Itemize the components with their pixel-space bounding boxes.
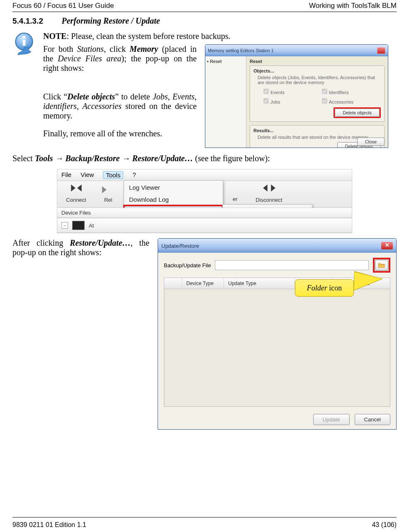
svg-point-1 [23, 36, 26, 39]
dialog-title: Update/Restore [161, 243, 199, 249]
dialog-nav: • Reset [205, 56, 246, 148]
close-icon[interactable] [377, 47, 385, 54]
reset-header: Reset [250, 59, 385, 64]
memory-setting-dialog: Memory setting Editors Station 1 • Reset… [205, 44, 388, 148]
highlight-delete-objects: Delete objects [334, 107, 381, 118]
toolbar-connect[interactable]: Connect [61, 182, 92, 203]
device-item-label: At [89, 222, 94, 229]
backup-file-label: Backup/Update File [164, 262, 211, 268]
close-button[interactable]: Close [357, 138, 385, 146]
menu-help[interactable]: ? [132, 171, 136, 179]
cb-accessories[interactable]: Accessories [320, 97, 377, 105]
section-title: Performing Restore / Update [61, 16, 160, 25]
device-files-row: Device Files [57, 208, 352, 218]
menu-bar: File View Tools ? [57, 169, 352, 181]
toolbar-frag-er: er [233, 182, 245, 202]
svg-marker-4 [77, 184, 82, 191]
para-memory: For both Stations, click Memory (placed … [43, 44, 197, 73]
menu-view[interactable]: View [80, 171, 94, 179]
folder-icon [378, 262, 385, 268]
svg-marker-6 [263, 184, 268, 191]
doc-title-right: Working with ToolsTalk BLM [309, 2, 397, 10]
svg-marker-3 [71, 184, 75, 191]
menu-file[interactable]: File [61, 171, 71, 179]
note-text: : Please, clean the system before restor… [67, 31, 231, 41]
toolbar-disconnect[interactable]: Disconnect [253, 182, 285, 203]
menu-item-log-viewer[interactable]: Log Viewer [124, 181, 223, 193]
close-icon[interactable]: ✕ [381, 242, 393, 249]
disconnect-icon [262, 183, 276, 197]
para-remove-wrenches: Finally, remove all of the wrenches. [43, 129, 197, 138]
update-restore-dialog: Update/Restore ✕ Backup/Update File [158, 238, 397, 430]
folder-icon-callout: Folder icon [295, 279, 354, 297]
menu-tools[interactable]: Tools [103, 171, 123, 179]
footer-divider [12, 517, 397, 517]
objects-hint: Delete objects (Jobs, Events, Identifier… [258, 75, 381, 85]
device-files-label: Device Files [61, 210, 91, 216]
dialog-titlebar: Memory setting Editors Station 1 [205, 45, 388, 56]
dialog-titlebar: Update/Restore ✕ [158, 239, 396, 253]
svg-rect-2 [23, 40, 26, 46]
footer-left: 9839 0211 01 Edition 1.1 [12, 521, 86, 529]
svg-marker-7 [271, 184, 275, 191]
select-tools-line: Select Tools → Backup/Restore → Restore/… [12, 154, 397, 163]
cb-identifiers[interactable]: Identifiers [320, 87, 377, 95]
note-label: NOTE [43, 31, 67, 41]
section-number: 5.4.1.3.2 [12, 17, 43, 25]
note-line: NOTE: Please, clean the system before re… [43, 31, 397, 41]
svg-marker-5 [102, 186, 107, 193]
footer-right: 43 (106) [372, 521, 397, 529]
dialog-title: Memory setting Editors Station 1 [208, 48, 274, 53]
nav-item-reset[interactable]: • Reset [207, 59, 244, 64]
section-heading: 5.4.1.3.2 Performing Restore / Update [12, 16, 397, 26]
device-thumbnail-icon [72, 221, 85, 230]
para-delete-objects: Click “Delete objects” to delete Jobs, E… [43, 92, 197, 121]
header-divider [12, 12, 397, 12]
backup-file-input[interactable] [215, 260, 369, 270]
update-grid: Device Type Update Type Check Release No… [164, 278, 390, 407]
update-button[interactable]: Update [313, 414, 350, 425]
objects-group-label: Objects... [253, 68, 381, 73]
col-device-type: Device Type [182, 278, 224, 289]
doc-title-left: Focus 60 / Focus 61 User Guide [12, 2, 114, 10]
cancel-button[interactable]: Cancel [355, 414, 390, 425]
results-group-label: Results... [253, 128, 381, 133]
connect-icon [69, 183, 83, 197]
col-update-type: Update Type [224, 278, 295, 289]
cb-jobs[interactable]: Jobs [262, 97, 319, 105]
after-click-text: After clicking Restore/Update…, the pop-… [12, 238, 149, 257]
toolbar-frag-left: Rel [100, 182, 117, 203]
tools-menu-screenshot: File View Tools ? Connect Rel Log Viewer… [57, 169, 352, 233]
delete-objects-button[interactable]: Delete objects [335, 109, 380, 117]
menu-item-download-log[interactable]: Download Log [124, 193, 223, 206]
cb-events[interactable]: Events [262, 87, 319, 95]
info-icon [12, 31, 37, 58]
tree-collapse-icon[interactable]: − [61, 222, 68, 229]
